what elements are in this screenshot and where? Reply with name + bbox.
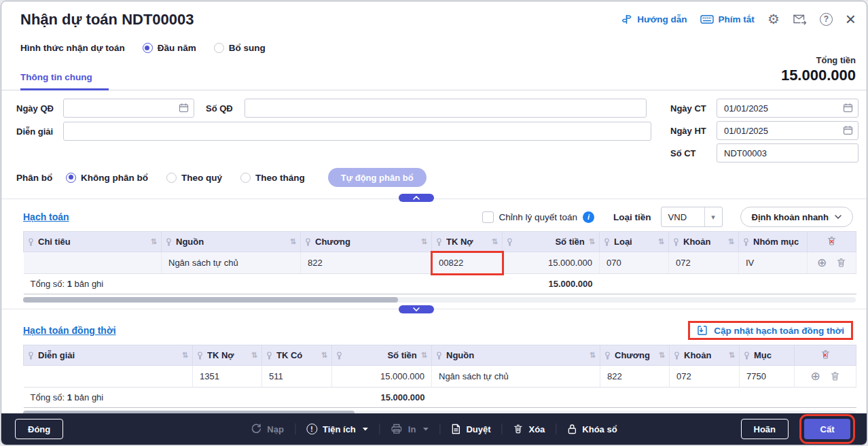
- close-button[interactable]: Đóng: [15, 419, 63, 439]
- sort-icon[interactable]: ⇅: [321, 351, 327, 360]
- ngay-ht-input[interactable]: [717, 121, 858, 140]
- cell-chuong[interactable]: 822: [600, 366, 670, 388]
- accounting-data-row[interactable]: Ngân sách tự chủ 822 00822 15.000.000 07…: [24, 252, 856, 274]
- print-button[interactable]: In: [391, 424, 429, 434]
- calendar-icon[interactable]: [843, 125, 853, 135]
- simultaneous-summary-row: Tổng số: 1 bản ghi 15.000.000: [24, 388, 856, 408]
- settings-gear-icon[interactable]: ⚙: [767, 12, 780, 26]
- pin-icon: [673, 238, 679, 246]
- close-icon[interactable]: ×: [846, 12, 856, 26]
- scrollbar-thumb[interactable]: [23, 297, 398, 303]
- cell-dien-giai[interactable]: [24, 366, 193, 388]
- sort-icon[interactable]: ⇅: [421, 351, 427, 360]
- sort-icon[interactable]: ⇅: [589, 237, 595, 246]
- cell-khoan[interactable]: 072: [670, 366, 740, 388]
- ngay-ct-field-wrap: [717, 99, 858, 118]
- sort-icon[interactable]: ⇅: [182, 351, 188, 360]
- horizontal-scrollbar[interactable]: [23, 297, 856, 303]
- feedback-mail-icon[interactable]: [793, 14, 807, 25]
- radio-theo-quy[interactable]: Theo quý: [166, 173, 222, 183]
- sort-icon[interactable]: ⇅: [421, 237, 427, 246]
- cell-chi-tieu[interactable]: [24, 252, 162, 274]
- sort-icon[interactable]: ⇅: [290, 237, 296, 246]
- cell-chuong[interactable]: 822: [301, 252, 432, 274]
- delete-all-icon[interactable]: ×: [827, 236, 837, 246]
- help-icon[interactable]: ?: [820, 13, 833, 26]
- sort-icon[interactable]: ⇅: [729, 351, 735, 360]
- form-left: Ngày QĐ Số QĐ Diễn giải: [16, 99, 655, 145]
- ngay-qd-field-wrap: [63, 99, 194, 118]
- radio-khong-phan-bo[interactable]: Không phân bổ: [66, 173, 148, 183]
- cell-loai[interactable]: 070: [600, 252, 669, 274]
- so-qd-input[interactable]: [245, 99, 647, 118]
- currency-select[interactable]: VND ▾: [661, 207, 723, 227]
- accounting-section-link[interactable]: Hạch toán: [23, 211, 69, 222]
- accounting-summary-row: Tổng số: 1 bản ghi 15.000.000: [24, 274, 856, 294]
- sort-icon[interactable]: ⇅: [590, 351, 596, 360]
- sort-icon[interactable]: ⇅: [728, 237, 734, 246]
- radio-dau-nam[interactable]: Đầu năm: [143, 43, 196, 53]
- add-row-icon[interactable]: ⊕: [810, 371, 820, 382]
- accounting-total: 15.000.000: [503, 274, 600, 294]
- pin-icon: [436, 351, 442, 360]
- sort-icon[interactable]: ⇅: [492, 237, 498, 246]
- so-ct-input[interactable]: [717, 143, 858, 162]
- collapse-down-pill[interactable]: [399, 305, 434, 313]
- cell-nhom-muc[interactable]: IV: [739, 252, 808, 274]
- collapse-up-pill[interactable]: [399, 194, 434, 202]
- adjust-settlement-label[interactable]: Chỉnh lý quyết toán: [499, 212, 578, 222]
- delete-button[interactable]: Xóa: [513, 424, 545, 434]
- delete-row-icon[interactable]: [836, 258, 846, 268]
- cell-tk-no[interactable]: 1351: [193, 366, 262, 388]
- postpone-button[interactable]: Hoãn: [741, 419, 789, 439]
- sort-icon[interactable]: ⇅: [658, 237, 664, 246]
- adjust-settlement-checkbox[interactable]: [482, 211, 494, 223]
- calendar-icon[interactable]: [843, 103, 853, 113]
- save-button-redbox[interactable]: Cất: [804, 419, 850, 439]
- approve-button[interactable]: Duyệt: [451, 424, 490, 434]
- cell-muc[interactable]: 7750: [740, 366, 795, 388]
- dien-giai-input[interactable]: [63, 122, 651, 141]
- delete-row-icon[interactable]: [830, 371, 840, 381]
- ngay-ct-input[interactable]: [717, 99, 858, 118]
- toolbar-center-group: Nạp ! Tiện ích In Duyệt Xóa: [251, 413, 617, 445]
- toolbar-divider: [295, 424, 295, 434]
- currency-value: VND: [662, 212, 704, 222]
- update-simultaneous-link-redbox[interactable]: Cập nhật hạch toán đồng thời: [688, 321, 853, 340]
- accounting-table: Chỉ tiêu⇅ Nguồn⇅ Chương⇅ TK Nợ⇅ Số tiền⇅…: [23, 231, 856, 294]
- tab-thong-tin-chung[interactable]: Thông tin chung: [20, 72, 109, 90]
- accounting-controls: Chỉnh lý quyết toán i Loại tiền VND ▾ Đị…: [482, 207, 853, 227]
- sort-icon[interactable]: ⇅: [151, 237, 157, 246]
- budget-type-label: Hình thức nhận dự toán: [20, 43, 125, 53]
- cell-so-tien[interactable]: 15.000.000: [503, 252, 600, 274]
- radio-theo-thang[interactable]: Theo tháng: [240, 173, 305, 183]
- calendar-icon[interactable]: [179, 103, 189, 113]
- utilities-button[interactable]: ! Tiện ích: [306, 424, 369, 434]
- info-icon[interactable]: i: [583, 211, 594, 223]
- shortcuts-link[interactable]: Phím tắt: [700, 14, 755, 24]
- delete-all-icon[interactable]: ×: [820, 349, 831, 360]
- add-row-icon[interactable]: ⊕: [817, 257, 827, 269]
- lock-button[interactable]: Khóa sổ: [567, 424, 617, 434]
- pin-icon: [743, 238, 749, 246]
- cell-tk-no-highlighted[interactable]: 00822: [432, 252, 503, 274]
- simultaneous-section-link[interactable]: Hạch toán đồng thời: [23, 325, 116, 336]
- guide-link[interactable]: Hướng dẫn: [621, 14, 687, 25]
- radio-dot: [214, 43, 224, 53]
- cell-nguon[interactable]: Ngân sách tự chủ: [432, 366, 600, 388]
- cell-so-tien[interactable]: 15.000.000: [332, 366, 432, 388]
- auto-allocate-button[interactable]: Tự động phân bổ: [328, 168, 427, 187]
- quick-entry-button[interactable]: Định khoản nhanh: [740, 207, 853, 227]
- select-arrow-icon[interactable]: ▾: [704, 207, 722, 226]
- sort-icon[interactable]: ⇅: [251, 351, 257, 360]
- cell-tk-co[interactable]: 511: [262, 366, 332, 388]
- pin-icon: [336, 351, 342, 360]
- radio-bo-sung[interactable]: Bổ sung: [214, 43, 266, 53]
- cell-khoan[interactable]: 072: [669, 252, 739, 274]
- ngay-qd-input[interactable]: [63, 99, 194, 118]
- ngay-ht-label: Ngày HT: [670, 126, 717, 136]
- cell-nguon[interactable]: Ngân sách tự chủ: [162, 252, 301, 274]
- simultaneous-data-row[interactable]: 1351 511 15.000.000 Ngân sách tự chủ 822…: [24, 366, 856, 388]
- reload-button[interactable]: Nạp: [251, 424, 284, 434]
- sort-icon[interactable]: ⇅: [659, 351, 665, 360]
